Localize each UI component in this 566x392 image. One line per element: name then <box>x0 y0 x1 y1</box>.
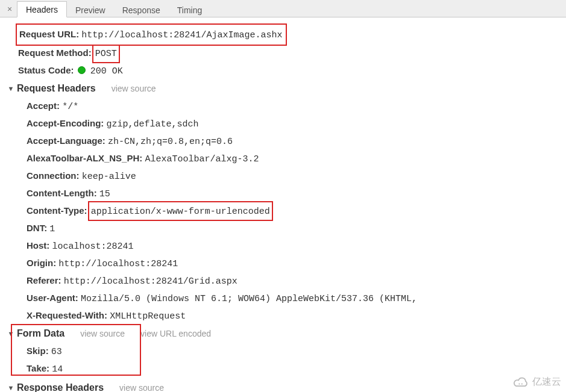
header-row: Content-Type: application/x-www-form-url… <box>27 202 566 220</box>
header-key: Accept: <box>27 101 62 111</box>
request-method-label: Request Method: <box>18 48 92 58</box>
section-request-headers[interactable]: ▼ Request Headers view source <box>7 79 566 98</box>
header-row: Referer: http://localhost:28241/Grid.asp… <box>27 272 566 290</box>
form-data-row: Take: 14 <box>27 360 566 378</box>
header-key: Connection: <box>27 170 82 181</box>
header-key: AlexaToolbar-ALX_NS_PH: <box>27 153 145 163</box>
form-data-row: Skip: 63 <box>27 343 566 360</box>
header-value: */* <box>62 102 78 112</box>
header-key: X-Requested-With: <box>27 310 110 320</box>
header-row: Accept-Language: zh-CN,zh;q=0.8,en;q=0.6 <box>27 132 566 150</box>
header-value: http://localhost:28241 <box>58 259 178 269</box>
form-data-value: 14 <box>52 364 63 375</box>
request-url-row: Request URL: http://localhost:28241/Ajax… <box>18 25 566 45</box>
chevron-down-icon[interactable]: ▼ <box>7 379 14 392</box>
section-response-headers[interactable]: ▼ Response Headers view source <box>7 379 566 392</box>
header-value: localhost:28241 <box>52 241 134 252</box>
header-row: AlexaToolbar-ALX_NS_PH: AlexaToolbar/alx… <box>27 150 566 167</box>
header-key: Accept-Language: <box>27 135 108 146</box>
form-data-value: 63 <box>51 347 62 357</box>
request-headers-title: Request Headers <box>17 79 96 98</box>
view-source-link[interactable]: view source <box>80 325 125 343</box>
watermark: 亿速云 <box>513 376 561 388</box>
header-key: Accept-Encoding: <box>27 118 107 128</box>
watermark-text: 亿速云 <box>532 376 561 388</box>
svg-point-1 <box>521 383 523 384</box>
header-value: AlexaToolbar/alxg-3.2 <box>145 154 259 164</box>
tab-timing[interactable]: Timing <box>169 2 211 17</box>
header-value: XMLHttpRequest <box>110 311 186 322</box>
header-row: Connection: keep-alive <box>27 167 566 185</box>
status-code-label: Status Code: <box>18 65 74 75</box>
response-headers-title: Response Headers <box>17 379 104 392</box>
view-url-encoded-link[interactable]: view URL encoded <box>140 325 211 343</box>
header-value: http://localhost:28241/Grid.aspx <box>64 276 237 287</box>
header-key: Origin: <box>27 258 58 268</box>
form-data-key: Skip: <box>27 346 51 356</box>
request-url-label: Request URL: <box>19 29 79 39</box>
header-value: keep-alive <box>82 172 136 182</box>
chevron-down-icon[interactable]: ▼ <box>7 325 14 343</box>
header-key: Content-Length: <box>27 188 99 198</box>
status-code-row: Status Code: 200 OK <box>18 62 566 79</box>
header-key: User-Agent: <box>27 293 81 303</box>
view-source-link[interactable]: view source <box>112 79 156 98</box>
header-row: Origin: http://localhost:28241 <box>27 255 566 272</box>
cloud-icon <box>513 377 530 388</box>
tab-headers[interactable]: Headers <box>17 1 67 17</box>
header-value: gzip,deflate,sdch <box>107 119 199 129</box>
request-method-row: Request Method: POST <box>18 45 566 62</box>
chevron-down-icon[interactable]: ▼ <box>7 79 14 98</box>
tab-response[interactable]: Response <box>114 2 169 17</box>
header-key: Referer: <box>27 275 64 285</box>
header-value: zh-CN,zh;q=0.8,en;q=0.6 <box>108 137 233 147</box>
view-source-link[interactable]: view source <box>119 379 164 392</box>
header-key: DNT: <box>27 223 49 233</box>
header-row: DNT: 1 <box>27 220 566 237</box>
form-data-key: Take: <box>27 363 52 373</box>
header-row: User-Agent: Mozilla/5.0 (Windows NT 6.1;… <box>27 290 566 307</box>
form-data-title: Form Data <box>17 325 64 343</box>
header-row: X-Requested-With: XMLHttpRequest <box>27 307 566 325</box>
header-value: Mozilla/5.0 (Windows NT 6.1; WOW64) Appl… <box>81 294 417 304</box>
status-code-value: 200 OK <box>90 66 123 76</box>
svg-point-0 <box>518 383 520 384</box>
request-url-value: http://localhost:28241/AjaxImage.ashx <box>81 30 282 40</box>
header-row: Content-Length: 15 <box>27 185 566 202</box>
header-value: 15 <box>99 189 110 199</box>
header-value: application/x-www-form-urlencoded <box>91 207 270 217</box>
section-form-data[interactable]: ▼ Form Data view source view URL encoded <box>7 325 566 343</box>
header-row: Accept-Encoding: gzip,deflate,sdch <box>27 115 566 132</box>
tab-preview[interactable]: Preview <box>67 2 114 17</box>
header-row: Host: localhost:28241 <box>27 237 566 255</box>
tab-bar: × Headers Preview Response Timing <box>0 0 566 17</box>
headers-panel: Request URL: http://localhost:28241/Ajax… <box>0 17 566 392</box>
header-value: 1 <box>49 224 55 234</box>
request-method-value: POST <box>92 45 120 63</box>
header-key: Content-Type: <box>27 205 90 216</box>
header-key: Host: <box>27 240 52 250</box>
status-dot-icon <box>78 66 86 74</box>
header-row: Accept: */* <box>27 98 566 115</box>
close-icon[interactable]: × <box>2 1 17 17</box>
